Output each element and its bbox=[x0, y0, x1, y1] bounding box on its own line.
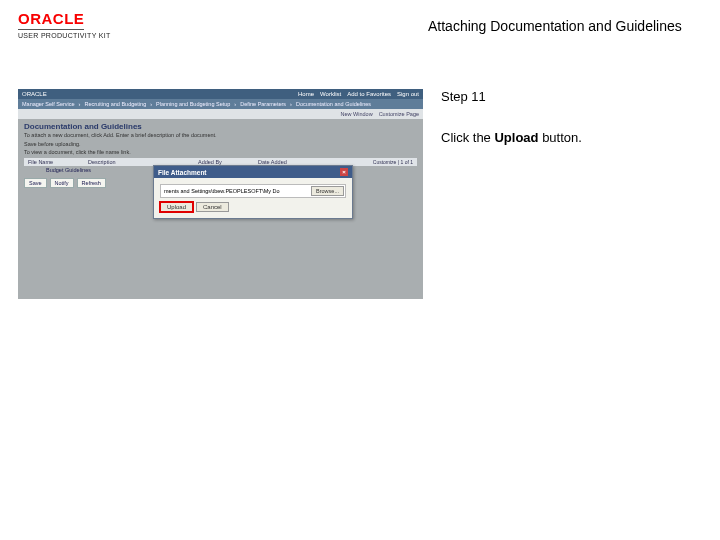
close-icon[interactable]: × bbox=[340, 168, 348, 176]
grid-tools[interactable]: Customize | 1 of 1 bbox=[369, 158, 417, 166]
upload-button[interactable]: Upload bbox=[160, 202, 193, 212]
breadcrumb-item[interactable]: Planning and Budgeting Setup bbox=[156, 101, 230, 107]
oracle-logo: ORACLE bbox=[18, 10, 84, 30]
notify-button[interactable]: Notify bbox=[50, 178, 74, 188]
instruction-text: Click the Upload button. bbox=[441, 130, 683, 145]
refresh-button[interactable]: Refresh bbox=[77, 178, 106, 188]
grid-col: File Name bbox=[24, 158, 84, 166]
topbar-link[interactable]: Worklist bbox=[320, 91, 341, 97]
subbar-link[interactable]: Customize Page bbox=[379, 111, 419, 117]
breadcrumb-item[interactable]: Define Parameters bbox=[240, 101, 286, 107]
file-path-input[interactable] bbox=[162, 187, 309, 195]
topbar-link[interactable]: Add to Favorites bbox=[347, 91, 391, 97]
topbar-link[interactable]: Sign out bbox=[397, 91, 419, 97]
save-button[interactable]: Save bbox=[24, 178, 47, 188]
step-label: Step 11 bbox=[441, 89, 683, 104]
app-subbar: New Window Customize Page bbox=[18, 109, 423, 119]
dialog-titlebar: File Attachment × bbox=[154, 166, 352, 178]
upk-subtitle: USER PRODUCTIVITY KIT bbox=[18, 32, 148, 39]
instruction-panel: Step 11 Click the Upload button. bbox=[423, 89, 683, 299]
step-highlight bbox=[159, 201, 194, 213]
app-menubar: Manager Self Service› Recruiting and Bud… bbox=[18, 99, 423, 109]
app-topbar: ORACLE Home Worklist Add to Favorites Si… bbox=[18, 89, 423, 99]
app-brand: ORACLE bbox=[22, 91, 47, 97]
app-desc-text: To view a document, click the file name … bbox=[18, 148, 423, 156]
topbar-link[interactable]: Home bbox=[298, 91, 314, 97]
breadcrumb-item[interactable]: Manager Self Service bbox=[22, 101, 75, 107]
embedded-screenshot: ORACLE Home Worklist Add to Favorites Si… bbox=[18, 89, 423, 299]
breadcrumb-item[interactable]: Recruiting and Budgeting bbox=[84, 101, 146, 107]
app-page-heading: Documentation and Guidelines bbox=[18, 119, 423, 131]
app-desc-text: To attach a new document, click Add. Ent… bbox=[18, 131, 423, 140]
oracle-logo-block: ORACLE USER PRODUCTIVITY KIT bbox=[18, 10, 148, 39]
subbar-link[interactable]: New Window bbox=[341, 111, 373, 117]
file-attachment-dialog: File Attachment × Browse... Upload Cance… bbox=[153, 165, 353, 219]
app-desc-text: Save before uploading. bbox=[18, 140, 423, 148]
breadcrumb-item[interactable]: Documentation and Guidelines bbox=[296, 101, 371, 107]
page-title: Attaching Documentation and Guidelines bbox=[148, 10, 702, 34]
browse-button[interactable]: Browse... bbox=[311, 186, 344, 196]
cancel-button[interactable]: Cancel bbox=[196, 202, 229, 212]
dialog-title: File Attachment bbox=[158, 169, 207, 176]
